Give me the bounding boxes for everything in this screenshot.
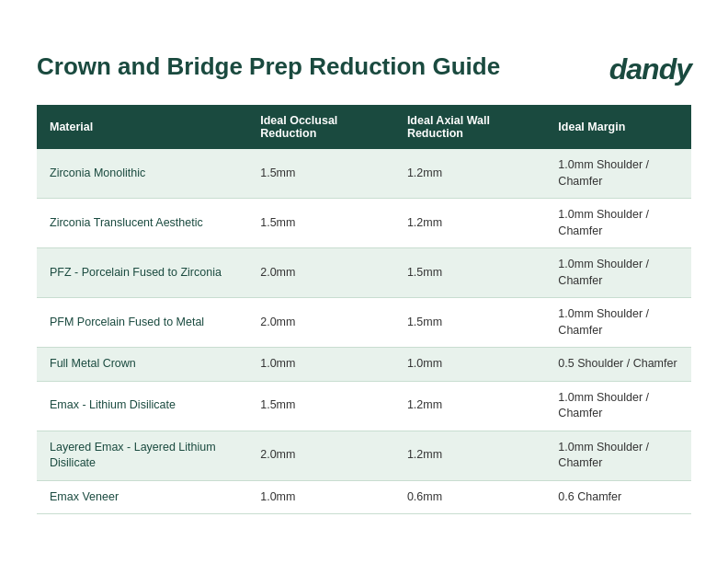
cell-occlusal: 2.0mm <box>247 431 394 480</box>
table-row: Emax - Lithium Disilicate1.5mm1.2mm1.0mm… <box>37 381 691 431</box>
cell-material: Emax - Lithium Disilicate <box>37 381 247 431</box>
cell-axial: 1.2mm <box>394 431 545 480</box>
col-header-margin: Ideal Margin <box>545 105 691 149</box>
table-row: PFZ - Porcelain Fused to Zirconia2.0mm1.… <box>37 248 691 298</box>
cell-occlusal: 1.0mm <box>247 480 394 514</box>
table-row: Zirconia Translucent Aesthetic1.5mm1.2mm… <box>37 199 691 248</box>
cell-margin: 1.0mm Shoulder / Chamfer <box>545 149 691 199</box>
cell-margin: 1.0mm Shoulder / Chamfer <box>545 199 691 248</box>
cell-material: Full Metal Crown <box>37 348 247 382</box>
cell-margin: 1.0mm Shoulder / Chamfer <box>545 431 691 480</box>
cell-axial: 0.6mm <box>394 480 545 514</box>
table-row: Emax Veneer1.0mm0.6mm0.6 Chamfer <box>37 480 691 514</box>
cell-material: PFZ - Porcelain Fused to Zirconia <box>37 248 247 298</box>
cell-occlusal: 2.0mm <box>247 298 394 348</box>
cell-axial: 1.0mm <box>394 348 545 382</box>
page-container: Crown and Bridge Prep Reduction Guide da… <box>18 30 710 533</box>
cell-occlusal: 2.0mm <box>247 248 394 298</box>
cell-material: Layered Emax - Layered Lithium Disilicat… <box>37 431 247 480</box>
brand-logo: dandy <box>609 52 691 86</box>
cell-margin: 1.0mm Shoulder / Chamfer <box>545 381 691 431</box>
cell-material: PFM Porcelain Fused to Metal <box>37 298 247 348</box>
cell-margin: 0.5 Shoulder / Chamfer <box>545 348 691 382</box>
page-title: Crown and Bridge Prep Reduction Guide <box>37 52 500 81</box>
cell-occlusal: 1.5mm <box>247 149 394 199</box>
cell-margin: 0.6 Chamfer <box>545 480 691 514</box>
cell-material: Emax Veneer <box>37 480 247 514</box>
table-row: Zirconia Monolithic1.5mm1.2mm1.0mm Shoul… <box>37 149 691 199</box>
cell-occlusal: 1.5mm <box>247 381 394 431</box>
cell-axial: 1.5mm <box>394 248 545 298</box>
cell-occlusal: 1.5mm <box>247 199 394 248</box>
cell-material: Zirconia Monolithic <box>37 149 247 199</box>
cell-material: Zirconia Translucent Aesthetic <box>37 199 247 248</box>
reduction-guide-table: Material Ideal Occlusal Reduction Ideal … <box>37 105 691 514</box>
table-row: PFM Porcelain Fused to Metal2.0mm1.5mm1.… <box>37 298 691 348</box>
table-row: Full Metal Crown1.0mm1.0mm0.5 Shoulder /… <box>37 348 691 382</box>
page-header: Crown and Bridge Prep Reduction Guide da… <box>37 52 691 86</box>
col-header-material: Material <box>37 105 247 149</box>
col-header-axial: Ideal Axial Wall Reduction <box>394 105 545 149</box>
cell-axial: 1.2mm <box>394 149 545 199</box>
cell-axial: 1.2mm <box>394 199 545 248</box>
table-header-row: Material Ideal Occlusal Reduction Ideal … <box>37 105 691 149</box>
col-header-occlusal: Ideal Occlusal Reduction <box>247 105 394 149</box>
cell-margin: 1.0mm Shoulder / Chamfer <box>545 248 691 298</box>
cell-axial: 1.5mm <box>394 298 545 348</box>
cell-margin: 1.0mm Shoulder / Chamfer <box>545 298 691 348</box>
cell-occlusal: 1.0mm <box>247 348 394 382</box>
table-row: Layered Emax - Layered Lithium Disilicat… <box>37 431 691 480</box>
cell-axial: 1.2mm <box>394 381 545 431</box>
